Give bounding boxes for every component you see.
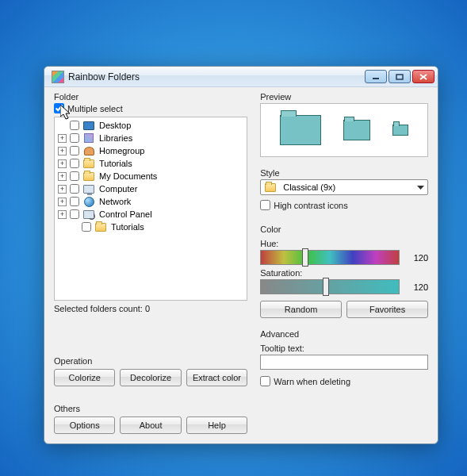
- tree-node[interactable]: Desktop: [55, 119, 247, 132]
- title-bar[interactable]: Rainbow Folders: [44, 67, 438, 87]
- high-contrast-checkbox[interactable]: High contrast icons: [260, 200, 428, 210]
- preview-legend: Preview: [260, 92, 428, 103]
- hue-slider-thumb[interactable]: [302, 248, 308, 267]
- style-legend: Style: [260, 168, 428, 179]
- color-legend: Color: [260, 225, 428, 236]
- maximize-button[interactable]: [389, 70, 411, 83]
- expand-icon[interactable]: +: [58, 134, 67, 143]
- tree-node-checkbox[interactable]: [70, 209, 79, 219]
- tree-node-checkbox[interactable]: [70, 184, 79, 194]
- preview-folder-small-icon: [392, 125, 408, 136]
- operation-legend: Operation: [54, 356, 247, 367]
- tree-node-checkbox[interactable]: [70, 121, 79, 130]
- preview-folder-medium-icon: [343, 120, 370, 140]
- warn-delete-label: Warn when deleting: [274, 377, 350, 386]
- advanced-legend: Advanced: [260, 329, 428, 340]
- app-window: Rainbow Folders Folder Multiple select: [44, 66, 438, 444]
- saturation-slider-thumb[interactable]: [323, 278, 329, 296]
- app-icon: [52, 71, 64, 83]
- help-button[interactable]: Help: [186, 416, 247, 434]
- computer-icon: [83, 185, 94, 194]
- multiple-select-checkbox[interactable]: Multiple select: [54, 103, 247, 113]
- tree-node-label: Homegroup: [99, 146, 144, 155]
- network-icon: [84, 197, 94, 207]
- style-selected-label: Classical (9x): [283, 182, 335, 192]
- expand-icon[interactable]: +: [58, 198, 67, 206]
- window-title: Rainbow Folders: [68, 71, 365, 83]
- tree-node-checkbox[interactable]: [70, 146, 79, 155]
- tree-node-checkbox[interactable]: [70, 133, 79, 143]
- warn-delete-checkbox[interactable]: Warn when deleting: [260, 376, 428, 386]
- tree-node[interactable]: +Tutorials: [55, 157, 247, 170]
- desktop-icon: [83, 121, 94, 130]
- tree-node-label: Control Panel: [99, 209, 152, 219]
- tree-node-label: Tutorials: [111, 222, 144, 232]
- decolorize-button[interactable]: Decolorize: [120, 369, 181, 386]
- folder-legend: Folder: [54, 92, 247, 103]
- options-button[interactable]: Options: [54, 416, 115, 434]
- selected-count: Selected folders count: 0: [54, 304, 247, 313]
- folder-icon: [83, 172, 94, 181]
- tree-node-label: Network: [99, 197, 131, 206]
- minimize-button[interactable]: [365, 70, 387, 83]
- libraries-icon: [84, 133, 94, 143]
- folder-tree[interactable]: Desktop+Libraries+Homegroup+Tutorials+My…: [54, 117, 247, 301]
- tree-node-checkbox[interactable]: [70, 197, 79, 206]
- chevron-down-icon: [417, 182, 424, 192]
- folder-icon: [95, 223, 106, 232]
- expand-icon[interactable]: +: [58, 210, 67, 219]
- random-button[interactable]: Random: [260, 301, 342, 318]
- high-contrast-label: High contrast icons: [274, 201, 348, 210]
- tree-node-label: Desktop: [99, 121, 131, 130]
- saturation-label: Saturation:: [260, 268, 428, 278]
- style-select[interactable]: Classical (9x): [260, 179, 428, 195]
- tree-node-checkbox[interactable]: [82, 222, 91, 232]
- hue-value: 120: [406, 253, 428, 263]
- tree-node[interactable]: +Homegroup: [55, 144, 247, 157]
- favorites-button[interactable]: Favorites: [346, 301, 428, 318]
- expand-icon[interactable]: +: [58, 185, 67, 194]
- homegroup-icon: [84, 147, 94, 155]
- colorize-button[interactable]: Colorize: [54, 369, 115, 386]
- hue-label: Hue:: [260, 239, 428, 248]
- tree-node-label: Tutorials: [99, 159, 132, 168]
- tree-node-label: Libraries: [99, 133, 132, 143]
- tree-node[interactable]: +Computer: [55, 182, 247, 195]
- expand-icon[interactable]: +: [58, 172, 67, 181]
- expand-icon[interactable]: +: [58, 159, 67, 168]
- tree-node-label: My Documents: [99, 171, 157, 181]
- tree-node[interactable]: +Control Panel: [55, 208, 247, 221]
- svg-marker-4: [417, 186, 424, 190]
- tooltip-input[interactable]: [260, 355, 428, 370]
- preview-box: [260, 103, 428, 157]
- tree-node-checkbox[interactable]: [70, 171, 79, 181]
- tooltip-label: Tooltip text:: [260, 344, 428, 353]
- tree-node-checkbox[interactable]: [70, 159, 79, 168]
- others-legend: Others: [54, 404, 247, 415]
- svg-rect-1: [396, 75, 403, 79]
- folder-icon: [83, 159, 94, 168]
- cpanel-icon: [83, 210, 94, 219]
- tree-node-label: Computer: [99, 184, 137, 194]
- multiple-select-label: Multiple select: [67, 104, 123, 113]
- folder-icon: [265, 183, 276, 192]
- tree-node[interactable]: Tutorials: [55, 221, 247, 233]
- about-button[interactable]: About: [120, 416, 181, 434]
- tree-node[interactable]: +Libraries: [55, 132, 247, 144]
- tree-node[interactable]: +My Documents: [55, 170, 247, 182]
- close-button[interactable]: [412, 70, 434, 83]
- saturation-value: 120: [406, 282, 428, 292]
- extract-color-button[interactable]: Extract color: [186, 369, 247, 386]
- preview-folder-large-icon: [280, 115, 321, 145]
- expand-icon[interactable]: +: [58, 147, 67, 155]
- hue-slider[interactable]: [260, 250, 400, 265]
- tree-node[interactable]: +Network: [55, 195, 247, 208]
- saturation-slider[interactable]: [260, 279, 400, 294]
